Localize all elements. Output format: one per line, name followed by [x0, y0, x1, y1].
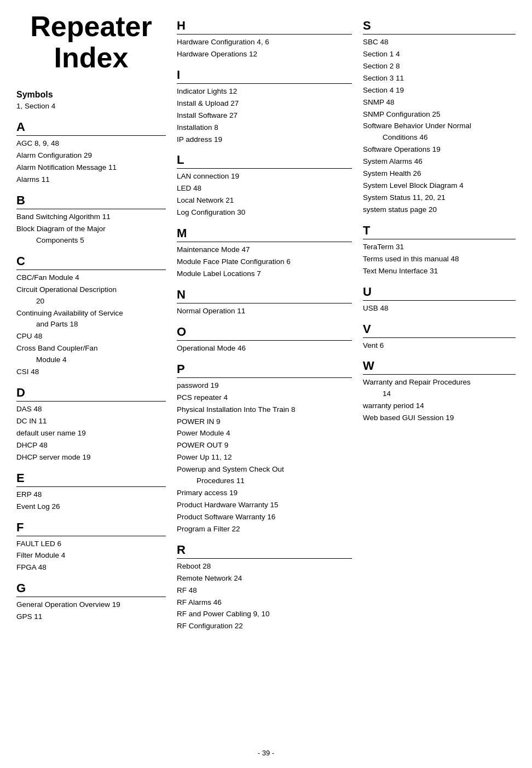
- entry-text: Warranty and Repair Procedures: [363, 378, 471, 386]
- section-letter-i: I: [177, 68, 352, 84]
- list-item: TeraTerm 31: [363, 242, 516, 253]
- entry-text: Software Operations 19: [363, 145, 441, 153]
- list-item: Band Switching Algorithm 11: [16, 211, 166, 223]
- entry-continued: Module 4: [16, 354, 166, 366]
- section-letter-a: A: [16, 120, 166, 136]
- entry-text: Log Configuration 30: [177, 208, 245, 216]
- entry-text: Product Hardware Warranty 15: [177, 501, 279, 509]
- entry-text: Text Menu Interface 31: [363, 267, 438, 275]
- entry-text: LED 48: [177, 184, 201, 192]
- entry-text: Continuing Availability of Service: [16, 309, 123, 317]
- list-item: warranty period 14: [363, 400, 516, 412]
- list-item: Product Hardware Warranty 15: [177, 500, 352, 511]
- entry-text: Operational Mode 46: [177, 344, 246, 352]
- list-item: LED 48: [177, 183, 352, 194]
- right-index-content: SSBC 48Section 1 4Section 2 8Section 3 1…: [363, 19, 516, 424]
- entry-text: Vent 6: [363, 341, 384, 349]
- entry-text: RF Alarms 46: [177, 598, 222, 606]
- list-item: System Status 11, 20, 21: [363, 192, 516, 204]
- entry-text: TeraTerm 31: [363, 243, 404, 251]
- entry-text: System Health 26: [363, 169, 421, 177]
- entry-text: CSI 48: [16, 368, 39, 376]
- list-item: Vent 6: [363, 340, 516, 352]
- left-index-content: Symbols1, Section 4AAGC 8, 9, 48Alarm Co…: [16, 90, 166, 623]
- entry-text: Module Face Plate Configuration 6: [177, 257, 291, 266]
- list-item: Installation 8: [177, 122, 352, 134]
- list-item: Operational Mode 46: [177, 343, 352, 354]
- entry-text: Local Network 21: [177, 196, 234, 204]
- entry-text: Installation 8: [177, 123, 218, 131]
- list-item: Primary access 19: [177, 488, 352, 499]
- entry-continued: 20: [16, 296, 166, 307]
- list-item: Powerup and System Check OutProcedures 1…: [177, 464, 352, 487]
- list-item: default user name 19: [16, 428, 166, 439]
- entry-text: Section 3 11: [363, 74, 404, 82]
- list-item: DAS 48: [16, 404, 166, 415]
- list-item: System Level Block Diagram 4: [363, 180, 516, 192]
- list-item: IP address 19: [177, 134, 352, 146]
- entry-text: System Alarms 46: [363, 157, 423, 165]
- list-item: RF 48: [177, 585, 352, 597]
- list-item: Section 4 19: [363, 85, 516, 96]
- page-footer: - 39 -: [0, 749, 532, 757]
- section-letter-s: S: [363, 19, 516, 35]
- list-item: Indicator Lights 12: [177, 86, 352, 98]
- entry-text: Hardware Operations 12: [177, 50, 257, 58]
- list-item: CSI 48: [16, 366, 166, 378]
- list-item: PCS repeater 4: [177, 392, 352, 404]
- middle-index-content: HHardware Configuration 4, 6Hardware Ope…: [177, 19, 352, 632]
- list-item: Warranty and Repair Procedures14: [363, 377, 516, 400]
- list-item: USB 48: [363, 303, 516, 314]
- list-item: Product Software Warranty 16: [177, 512, 352, 523]
- entry-text: system status page 20: [363, 205, 437, 214]
- list-item: Physical Installation Into The Train 8: [177, 404, 352, 416]
- entry-text: Install & Upload 27: [177, 99, 239, 107]
- list-item: Web based GUI Session 19: [363, 412, 516, 424]
- entry-text: DC IN 11: [16, 417, 47, 425]
- list-item: Terms used in this manual 48: [363, 254, 516, 265]
- list-item: Alarm Notification Message 11: [16, 162, 166, 174]
- list-item: ERP 48: [16, 489, 166, 501]
- entry-text: Section 4 19: [363, 86, 404, 94]
- entry-text: IP address 19: [177, 135, 222, 144]
- list-item: Circuit Operational Description20: [16, 284, 166, 307]
- entry-text: Section 1 4: [363, 50, 400, 58]
- entry-text: warranty period 14: [363, 402, 424, 410]
- list-item: SNMP Configuration 25: [363, 109, 516, 121]
- entry-continued: Procedures 11: [177, 475, 352, 487]
- list-item: Remote Network 24: [177, 573, 352, 584]
- entry-text: Web based GUI Session 19: [363, 414, 454, 422]
- list-item: Section 3 11: [363, 73, 516, 84]
- entry-text: Install Software 27: [177, 111, 238, 119]
- entry-text: General Operation Overview 19: [16, 600, 120, 609]
- section-letter-m: M: [177, 226, 352, 242]
- list-item: LAN connection 19: [177, 171, 352, 182]
- list-item: Block Diagram of the MajorComponents 5: [16, 223, 166, 247]
- list-item: DHCP server mode 19: [16, 452, 166, 463]
- section-heading: Symbols: [16, 90, 166, 100]
- list-item: Software Operations 19: [363, 144, 516, 156]
- entry-text: LAN connection 19: [177, 172, 239, 180]
- list-item: 1, Section 4: [16, 101, 166, 112]
- list-item: POWER OUT 9: [177, 440, 352, 451]
- entry-text: Section 2 8: [363, 62, 400, 70]
- section-letter-c: C: [16, 254, 166, 270]
- section-letter-b: B: [16, 193, 166, 209]
- entry-text: Physical Installation Into The Train 8: [177, 405, 296, 414]
- list-item: DHCP 48: [16, 440, 166, 451]
- list-item: CBC/Fan Module 4: [16, 272, 166, 284]
- entry-text: SBC 48: [363, 38, 389, 46]
- list-item: Normal Operation 11: [177, 306, 352, 317]
- list-item: RF Alarms 46: [177, 597, 352, 609]
- entry-text: Terms used in this manual 48: [363, 255, 459, 263]
- entry-text: Program a Filter 22: [177, 525, 240, 533]
- entry-text: Circuit Operational Description: [16, 285, 117, 294]
- entry-text: CPU 48: [16, 332, 42, 340]
- page: RepeaterIndex Symbols1, Section 4AAGC 8,…: [0, 0, 532, 768]
- section-letter-r: R: [177, 543, 352, 559]
- entry-continued: Conditions 46: [363, 132, 516, 144]
- list-item: Hardware Configuration 4, 6: [177, 37, 352, 48]
- list-item: RF Configuration 22: [177, 621, 352, 632]
- entry-text: SNMP Configuration 25: [363, 110, 441, 118]
- list-item: Program a Filter 22: [177, 524, 352, 535]
